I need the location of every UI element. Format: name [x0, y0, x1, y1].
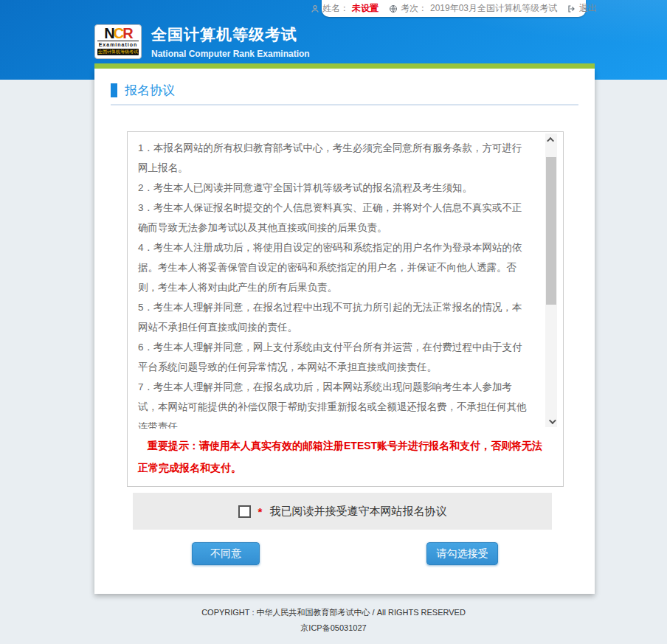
agreement-item: 6．考生本人理解并同意，网上支付系统由支付平台所有并运营，在付费过程中由于支付平… [138, 337, 528, 377]
green-accent-bar [94, 63, 595, 69]
important-notice: 重要提示：请使用本人真实有效的邮箱注册ETEST账号并进行报名和支付，否则将无法… [138, 434, 551, 479]
logout-label: 退出 [579, 2, 597, 15]
name-label: 姓名： [322, 2, 349, 15]
page-title: 报名协议 [125, 82, 175, 99]
title-divider [111, 104, 578, 105]
person-icon [311, 4, 319, 13]
title-bullet-icon [111, 83, 117, 97]
ncre-logo: NCR Examination 全国计算机等级考试 [94, 24, 142, 59]
section-title: 报名协议 [111, 82, 175, 99]
logo-letter-n: N [104, 25, 113, 41]
logout-icon [567, 4, 576, 13]
logo-letter-c: C [114, 25, 122, 41]
agreement-item: 5．考生本人理解并同意，在报名过程中出现不可抗力所引起的无法正常报名的情况，本网… [138, 297, 528, 337]
user-name-item: 姓名： 未设置 [311, 2, 379, 15]
agreement-scroll-area[interactable]: 1．本报名网站的所有权归教育部考试中心，考生必须完全同意所有服务条款，方可进行网… [128, 132, 563, 429]
scroll-down-arrow[interactable] [545, 415, 557, 427]
agreement-item: 2．考生本人已阅读并同意遵守全国计算机等级考试的报名流程及考生须知。 [138, 178, 528, 198]
agreement-item: 1．本报名网站的所有权归教育部考试中心，考生必须完全同意所有服务条款，方可进行网… [138, 138, 528, 178]
icp-number: 京ICP备05031027 [0, 620, 667, 636]
session-label: 考次： [401, 2, 427, 15]
agreement-checkbox[interactable] [238, 505, 251, 518]
logout-button[interactable]: 退出 [567, 2, 597, 15]
session-value: 2019年03月全国计算机等级考试 [430, 2, 557, 15]
agreement-checkbox-label[interactable]: 我已阅读并接受遵守本网站报名协议 [269, 505, 446, 519]
logo-letter-r: R [122, 25, 131, 41]
logo-examination-text: Examination [97, 41, 139, 48]
site-title-cn: 全国计算机等级考试 [151, 24, 310, 45]
scroll-up-arrow[interactable] [545, 134, 557, 145]
required-mark: * [258, 505, 263, 518]
scrollbar-track[interactable] [545, 134, 557, 427]
site-title-en: National Computer Rank Examination [151, 49, 310, 59]
agreement-item: 3．考生本人保证报名时提交的个人信息资料真实、正确，并将对个人信息不真实或不正确… [138, 198, 528, 238]
scrollbar-thumb[interactable] [546, 157, 556, 305]
agreement-box: 1．本报名网站的所有权归教育部考试中心，考生必须完全同意所有服务条款，方可进行网… [127, 131, 564, 487]
agreement-item: 4．考生本人注册成功后，将使用自设定的密码和系统指定的用户名作为登录本网站的依据… [138, 238, 528, 297]
user-topbar: 姓名： 未设置 考次： 2019年03月全国计算机等级考试 退出 [322, 0, 586, 17]
globe-icon [389, 4, 398, 13]
footer: COPYRIGHT : 中华人民共和国教育部考试中心 / All RIGHTS … [0, 605, 667, 636]
chevron-up-icon [547, 136, 554, 144]
brand-titles: 全国计算机等级考试 National Computer Rank Examina… [151, 24, 310, 59]
session-item: 考次： 2019年03月全国计算机等级考试 [389, 2, 557, 15]
name-value: 未设置 [352, 2, 379, 15]
accept-checkbox-band: * 我已阅读并接受遵守本网站报名协议 [133, 493, 552, 530]
brand: NCR Examination 全国计算机等级考试 全国计算机等级考试 Nati… [94, 24, 310, 59]
logo-strip-text: 全国计算机等级考试 [97, 49, 139, 55]
disagree-button[interactable]: 不同意 [192, 542, 260, 565]
agreement-item: 7．考生本人理解并同意，在报名成功后，因本网站系统出现问题影响考生本人参加考试，… [138, 377, 528, 429]
logo-ncr-letters: NCR [104, 26, 131, 41]
chevron-down-icon [548, 417, 556, 424]
content-card: 报名协议 1．本报名网站的所有权归教育部考试中心，考生必须完全同意所有服务条款，… [94, 69, 595, 594]
accept-button[interactable]: 请勾选接受 [426, 542, 498, 565]
page: 姓名： 未设置 考次： 2019年03月全国计算机等级考试 退出 NC [0, 0, 667, 644]
copyright-text: COPYRIGHT : 中华人民共和国教育部考试中心 / All RIGHTS … [0, 605, 667, 620]
